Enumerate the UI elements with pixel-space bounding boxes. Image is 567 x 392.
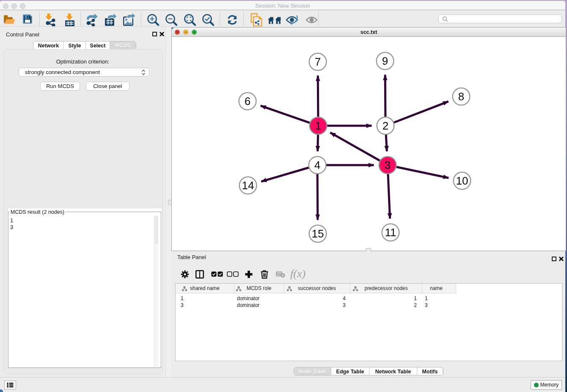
svg-text:15: 15 xyxy=(312,227,324,240)
svg-text:14: 14 xyxy=(242,179,254,192)
svg-text:4: 4 xyxy=(314,159,320,171)
svg-text:7: 7 xyxy=(315,55,321,68)
svg-text:3: 3 xyxy=(385,159,391,171)
svg-text:10: 10 xyxy=(456,174,468,187)
svg-text:6: 6 xyxy=(245,95,250,108)
svg-text:9: 9 xyxy=(382,55,388,67)
svg-text:2: 2 xyxy=(383,119,388,132)
svg-text:1: 1 xyxy=(315,119,321,132)
svg-text:8: 8 xyxy=(458,90,464,103)
svg-text:11: 11 xyxy=(385,226,396,239)
